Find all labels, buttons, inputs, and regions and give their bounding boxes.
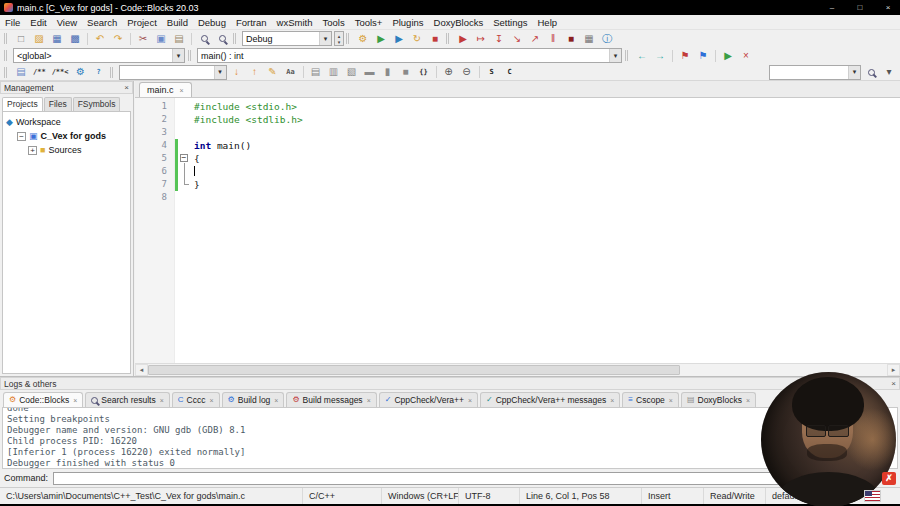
fold-margin[interactable] xyxy=(178,139,190,152)
bookmark-prev-icon[interactable]: ⚑ xyxy=(677,48,693,63)
code-text[interactable]: } xyxy=(190,178,200,191)
split-horizontal-icon[interactable]: ▬ xyxy=(362,65,378,80)
code-text[interactable] xyxy=(190,126,194,139)
editor-tab-main-c[interactable]: main.c × xyxy=(139,82,192,97)
run-script-icon[interactable]: ▶ xyxy=(720,48,736,63)
doxy-line-comment-icon[interactable]: /**< xyxy=(50,65,71,80)
doxy-config-icon[interactable]: ⚙ xyxy=(73,65,89,80)
menu-item-settings[interactable]: Settings xyxy=(488,17,532,28)
management-tab-projects[interactable]: Projects xyxy=(2,97,43,111)
highlight-matches-icon[interactable]: ✎ xyxy=(265,65,281,80)
log-tab-doxyblocks[interactable]: ▤DoxyBlocks× xyxy=(681,392,756,407)
fold-margin[interactable]: − xyxy=(178,152,190,165)
menu-item-file[interactable]: File xyxy=(0,17,25,28)
scrollbar-track[interactable] xyxy=(148,364,887,376)
editor-line[interactable]: 4int main() xyxy=(135,139,900,152)
close-tab-icon[interactable]: × xyxy=(610,397,614,404)
match-case-icon[interactable]: Aa xyxy=(283,65,299,80)
undo-icon[interactable]: ↶ xyxy=(92,31,108,46)
close-tab-icon[interactable]: × xyxy=(73,397,77,404)
menu-item-doxyblocks[interactable]: DoxyBlocks xyxy=(429,17,489,28)
code-text[interactable]: #include <stdlib.h> xyxy=(190,113,303,126)
menu-item-search[interactable]: Search xyxy=(82,17,122,28)
next-line-icon[interactable]: ↧ xyxy=(491,31,507,46)
log-tab-cccc[interactable]: CCccc× xyxy=(172,392,220,407)
rebuild-icon[interactable]: ↻ xyxy=(409,31,425,46)
cut-icon[interactable]: ✂ xyxy=(135,31,151,46)
fold-collapse-icon[interactable]: − xyxy=(180,154,188,162)
build-target-select[interactable]: Debug▾ xyxy=(242,31,332,46)
close-tab-icon[interactable]: × xyxy=(209,397,213,404)
close-tab-icon[interactable]: × xyxy=(468,397,472,404)
build-target-spinner[interactable]: ▴▾ xyxy=(334,31,344,46)
fold-margin[interactable] xyxy=(178,165,190,178)
copy-icon[interactable]: ▣ xyxy=(153,31,169,46)
redo-icon[interactable]: ↷ xyxy=(110,31,126,46)
close-tab-icon[interactable]: × xyxy=(746,397,750,404)
zoom-out-icon[interactable]: ⊖ xyxy=(459,65,475,80)
close-tab-icon[interactable]: × xyxy=(367,397,371,404)
debug-continue-icon[interactable]: ▶ xyxy=(455,31,471,46)
menu-item-edit[interactable]: Edit xyxy=(25,17,51,28)
search-go-icon[interactable] xyxy=(863,65,879,80)
horizontal-scrollbar[interactable]: ◂ ▸ xyxy=(135,363,900,376)
build-icon[interactable]: ⚙ xyxy=(355,31,371,46)
close-tab-icon[interactable]: × xyxy=(274,397,278,404)
editor-line[interactable]: 8 xyxy=(135,191,900,204)
spellcheck-icon[interactable]: S xyxy=(484,65,500,80)
abbreviations-icon[interactable]: ▤ xyxy=(13,65,29,80)
editor-line[interactable]: 5−{ xyxy=(135,152,900,165)
management-tab-fsymbols[interactable]: FSymbols xyxy=(73,97,121,111)
save-icon[interactable]: ▦ xyxy=(49,31,65,46)
symbols-browser-icon[interactable]: C xyxy=(502,65,518,80)
search-input[interactable]: ▾ xyxy=(769,65,861,80)
stop-debugger-icon[interactable]: ■ xyxy=(563,31,579,46)
scope-select[interactable]: <global>▾ xyxy=(13,48,185,63)
close-logs-icon[interactable]: × xyxy=(891,379,896,388)
menu-item-tools[interactable]: Tools xyxy=(317,17,349,28)
editor-line[interactable]: 7} xyxy=(135,178,900,191)
break-debugger-icon[interactable]: ‖ xyxy=(545,31,561,46)
collapse-icon[interactable]: − xyxy=(17,132,26,141)
debugging-windows-icon[interactable]: ▦ xyxy=(581,31,597,46)
maximize-button[interactable]: □ xyxy=(848,0,872,15)
doxy-block-comment-icon[interactable]: /** xyxy=(31,65,48,80)
scrollbar-thumb[interactable] xyxy=(148,365,680,375)
scroll-left-icon[interactable]: ◂ xyxy=(135,364,148,376)
close-management-icon[interactable]: × xyxy=(124,83,129,92)
bookmark-next-icon[interactable]: ⚑ xyxy=(695,48,711,63)
minimize-button[interactable]: – xyxy=(820,0,844,15)
menu-item-view[interactable]: View xyxy=(52,17,82,28)
new-file-icon[interactable]: □ xyxy=(13,31,29,46)
tree-item-workspace[interactable]: ◆Workspace xyxy=(3,115,130,129)
fold-margin[interactable] xyxy=(178,191,190,204)
menu-item-debug[interactable]: Debug xyxy=(193,17,231,28)
fold-margin[interactable] xyxy=(178,178,190,191)
open-file-icon[interactable]: ▨ xyxy=(31,31,47,46)
menu-item-toolsplus[interactable]: Tools+ xyxy=(350,17,388,28)
menu-item-build[interactable]: Build xyxy=(162,17,193,28)
scroll-right-icon[interactable]: ▸ xyxy=(887,364,900,376)
view-eol-icon[interactable]: ▥ xyxy=(326,65,342,80)
menu-item-plugins[interactable]: Plugins xyxy=(387,17,428,28)
run-to-cursor-icon[interactable]: ↦ xyxy=(473,31,489,46)
zoom-in-icon[interactable]: ⊕ xyxy=(441,65,457,80)
editor-line[interactable]: 6 xyxy=(135,165,900,178)
editor-line[interactable]: 2#include <stdlib.h> xyxy=(135,113,900,126)
menu-item-help[interactable]: Help xyxy=(533,17,563,28)
debug-info-icon[interactable]: ⓘ xyxy=(599,31,615,46)
fold-margin[interactable] xyxy=(178,113,190,126)
code-text[interactable] xyxy=(190,165,195,178)
log-tab-build-messages[interactable]: ⚙Build messages× xyxy=(286,392,376,407)
incremental-search-input[interactable]: ▾ xyxy=(119,65,227,80)
search-prev-icon[interactable]: ↑ xyxy=(247,65,263,80)
editor-line[interactable]: 1#include <stdio.h> xyxy=(135,100,900,113)
code-text[interactable]: { xyxy=(190,152,200,165)
close-tab-icon[interactable]: × xyxy=(180,87,184,94)
paste-icon[interactable]: ▤ xyxy=(171,31,187,46)
doxy-help-icon[interactable]: ? xyxy=(91,65,107,80)
log-tab-cscope[interactable]: ≡Cscope× xyxy=(622,392,679,407)
log-tab-code-blocks[interactable]: ⚙Code::Blocks× xyxy=(3,392,83,407)
log-tab-search-results[interactable]: Search results× xyxy=(85,392,169,407)
management-tab-files[interactable]: Files xyxy=(44,97,72,111)
